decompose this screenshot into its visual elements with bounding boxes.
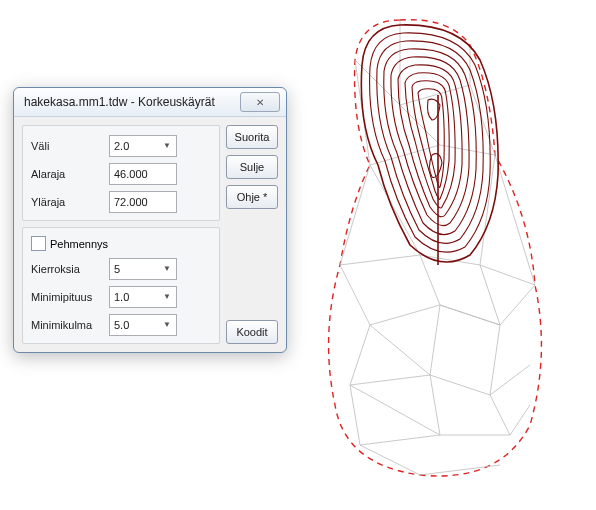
suorita-label: Suorita (235, 131, 270, 143)
koodit-label: Koodit (236, 326, 267, 338)
pehmennys-checkbox[interactable] (31, 236, 46, 251)
ylaraja-input[interactable] (109, 191, 177, 213)
chevron-down-icon: ▼ (160, 138, 174, 152)
sulje-button[interactable]: Sulje (226, 155, 278, 179)
minimipituus-label: Minimipituus (31, 291, 109, 303)
minimipituus-value: 1.0 (114, 291, 129, 303)
koodit-button[interactable]: Koodit (226, 320, 278, 344)
alaraja-input[interactable] (109, 163, 177, 185)
vali-value: 2.0 (114, 140, 129, 152)
contour-dialog: hakekasa.mm1.tdw - Korkeuskäyrät ✕ Väli … (13, 87, 287, 353)
kierroksia-combo[interactable]: 5 ▼ (109, 258, 177, 280)
chevron-down-icon: ▼ (160, 261, 174, 275)
kierroksia-label: Kierroksia (31, 263, 109, 275)
vali-label: Väli (31, 140, 109, 152)
range-group: Väli 2.0 ▼ Alaraja Yläraja (22, 125, 220, 221)
kierroksia-value: 5 (114, 263, 120, 275)
close-button[interactable]: ✕ (240, 92, 280, 112)
titlebar[interactable]: hakekasa.mm1.tdw - Korkeuskäyrät ✕ (14, 88, 286, 117)
ohje-label: Ohje * (237, 191, 268, 203)
vali-combo[interactable]: 2.0 ▼ (109, 135, 177, 157)
minimikulma-value: 5.0 (114, 319, 129, 331)
alaraja-label: Alaraja (31, 168, 109, 180)
smoothing-group: Pehmennys Kierroksia 5 ▼ Minimipituus 1.… (22, 227, 220, 344)
window-title: hakekasa.mm1.tdw - Korkeuskäyrät (24, 95, 240, 109)
sulje-label: Sulje (240, 161, 264, 173)
pehmennys-label: Pehmennys (50, 238, 108, 250)
contour-viewport (300, 5, 590, 500)
chevron-down-icon: ▼ (160, 317, 174, 331)
close-icon: ✕ (256, 97, 264, 108)
minimikulma-combo[interactable]: 5.0 ▼ (109, 314, 177, 336)
ohje-button[interactable]: Ohje * (226, 185, 278, 209)
suorita-button[interactable]: Suorita (226, 125, 278, 149)
chevron-down-icon: ▼ (160, 289, 174, 303)
ylaraja-label: Yläraja (31, 196, 109, 208)
minimikulma-label: Minimikulma (31, 319, 109, 331)
minimipituus-combo[interactable]: 1.0 ▼ (109, 286, 177, 308)
